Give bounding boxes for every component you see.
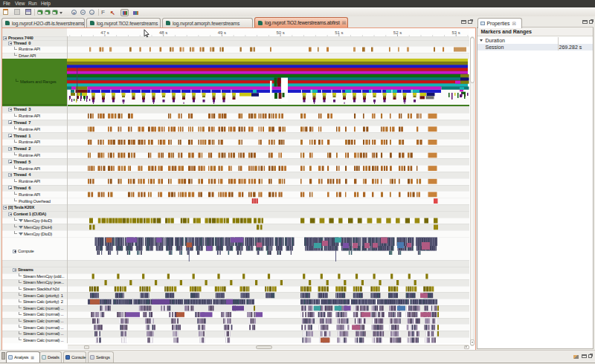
svg-text:48 s: 48 s xyxy=(159,30,167,35)
svg-text:51 s: 51 s xyxy=(335,30,343,35)
svg-text:49 s: 49 s xyxy=(218,30,226,35)
svg-text:53 s: 53 s xyxy=(452,30,460,35)
svg-text:50 s: 50 s xyxy=(276,30,284,35)
svg-text:47 s: 47 s xyxy=(100,30,109,35)
svg-text:52 s: 52 s xyxy=(393,30,402,35)
